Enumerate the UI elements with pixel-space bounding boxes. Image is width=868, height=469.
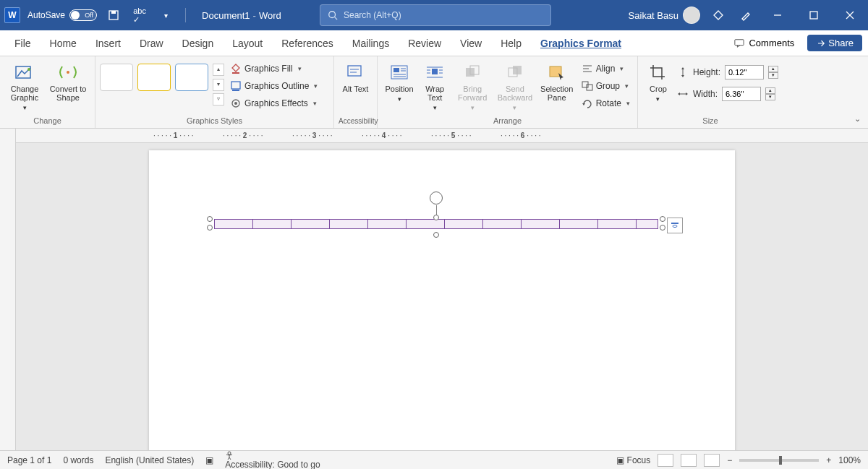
- height-input[interactable]: [725, 65, 764, 79]
- align-icon: [582, 64, 593, 74]
- width-spinner[interactable]: ▴▾: [765, 87, 775, 100]
- comments-button[interactable]: Comments: [727, 35, 801, 51]
- svg-marker-47: [681, 75, 684, 77]
- user-name: Saikat Basu: [629, 10, 678, 21]
- collapse-ribbon-icon[interactable]: ⌄: [854, 114, 861, 124]
- macro-icon[interactable]: ▣: [205, 455, 213, 465]
- status-language[interactable]: English (United States): [105, 455, 194, 465]
- wrap-text-button[interactable]: Wrap Text▾: [420, 59, 450, 114]
- tab-view[interactable]: View: [451, 33, 490, 53]
- page[interactable]: [149, 150, 735, 450]
- zoom-level[interactable]: 100%: [838, 455, 861, 465]
- style-more-icon[interactable]: ▿: [213, 93, 224, 106]
- tab-home[interactable]: Home: [41, 33, 85, 53]
- resize-handle[interactable]: [207, 225, 213, 231]
- style-thumb-1[interactable]: [100, 64, 133, 91]
- align-button[interactable]: Align: [579, 61, 633, 77]
- graphics-effects-button[interactable]: Graphics Effects: [227, 95, 320, 111]
- tab-references[interactable]: References: [273, 33, 342, 53]
- tab-insert[interactable]: Insert: [87, 33, 129, 53]
- resize-handle[interactable]: [433, 215, 439, 220]
- group-label-styles: Graphics Styles: [100, 115, 329, 126]
- bring-forward-button[interactable]: Bring Forward▾: [453, 59, 492, 114]
- tab-review[interactable]: Review: [399, 33, 450, 53]
- selection-pane-button[interactable]: Selection Pane: [538, 59, 576, 105]
- user-account[interactable]: Saikat Basu: [629, 7, 700, 24]
- rotate-button[interactable]: Rotate: [579, 95, 633, 111]
- tab-file[interactable]: File: [6, 33, 40, 53]
- tab-layout[interactable]: Layout: [224, 33, 271, 53]
- pen-icon[interactable]: [736, 6, 755, 25]
- bring-forward-icon: [462, 62, 482, 82]
- close-button[interactable]: [836, 4, 864, 27]
- focus-mode-button[interactable]: ▣ Focus: [616, 455, 650, 465]
- svg-rect-1: [111, 11, 116, 14]
- minimize-button[interactable]: [764, 4, 791, 27]
- zoom-slider[interactable]: [739, 459, 819, 462]
- rotate-handle-icon[interactable]: [430, 192, 443, 205]
- svg-point-2: [329, 12, 336, 18]
- group-label-accessibility: Accessibility: [339, 116, 373, 126]
- style-up-icon[interactable]: ▴: [213, 64, 224, 76]
- autosave-toggle[interactable]: Off: [69, 9, 97, 21]
- diamond-icon[interactable]: [709, 6, 728, 25]
- style-down-icon[interactable]: ▾: [213, 79, 224, 91]
- group-label-size: Size: [642, 115, 778, 126]
- style-thumb-3[interactable]: [175, 64, 208, 91]
- tab-draw[interactable]: Draw: [131, 33, 172, 53]
- document-canvas[interactable]: [16, 143, 868, 450]
- tab-help[interactable]: Help: [492, 33, 530, 53]
- resize-handle[interactable]: [433, 232, 439, 238]
- svg-rect-6: [810, 12, 817, 19]
- convert-to-shape-button[interactable]: Convert to Shape: [48, 59, 88, 105]
- share-label: Share: [828, 38, 854, 48]
- alt-text-button[interactable]: Alt Text: [339, 59, 373, 96]
- web-layout-icon[interactable]: [704, 454, 720, 467]
- send-backward-button[interactable]: Send Backward▾: [495, 59, 535, 114]
- maximize-button[interactable]: [800, 4, 827, 27]
- resize-handle[interactable]: [660, 216, 665, 222]
- graphics-outline-button[interactable]: Graphics Outline: [227, 78, 320, 94]
- height-label: Height:: [693, 67, 720, 77]
- group-graphics-styles: ▴ ▾ ▿ Graphics Fill Graphics Outline Gra…: [95, 56, 334, 128]
- print-layout-icon[interactable]: [681, 454, 697, 467]
- vertical-ruler[interactable]: [0, 129, 16, 450]
- change-graphic-button[interactable]: Change Graphic▾: [4, 59, 45, 114]
- save-icon[interactable]: [104, 6, 123, 25]
- svg-rect-9: [735, 39, 744, 45]
- graphics-fill-button[interactable]: Graphics Fill: [227, 61, 320, 77]
- document-title[interactable]: Document1-Word: [202, 10, 281, 21]
- read-mode-icon[interactable]: [658, 454, 673, 467]
- spellcheck-icon[interactable]: abc✓: [130, 6, 149, 25]
- tab-graphics-format[interactable]: Graphics Format: [532, 33, 630, 53]
- crop-button[interactable]: Crop▾: [642, 59, 674, 106]
- status-words[interactable]: 0 words: [63, 455, 93, 465]
- group-arrange: Position▾ Wrap Text▾ Bring Forward▾ Send…: [378, 56, 638, 128]
- selected-graphic[interactable]: [214, 219, 658, 233]
- width-input[interactable]: [722, 87, 761, 101]
- search-box[interactable]: Search (Alt+Q): [320, 4, 551, 26]
- layout-options-icon[interactable]: [667, 218, 683, 233]
- svg-rect-15: [232, 90, 239, 91]
- resize-handle[interactable]: [660, 225, 665, 231]
- zoom-in-button[interactable]: +: [826, 455, 831, 465]
- fill-icon: [230, 63, 242, 74]
- group-button[interactable]: Group: [579, 78, 633, 94]
- position-button[interactable]: Position▾: [382, 59, 417, 106]
- tab-design[interactable]: Design: [174, 33, 223, 53]
- horizontal-ruler[interactable]: · · · · · 1 · · · · · · · · · 2 · · · · …: [16, 129, 868, 143]
- svg-rect-27: [432, 69, 438, 74]
- height-icon: [677, 66, 689, 78]
- status-accessibility[interactable]: Accessibility: Good to go: [225, 451, 320, 470]
- height-spinner[interactable]: ▴▾: [768, 66, 778, 79]
- tab-mailings[interactable]: Mailings: [344, 33, 398, 53]
- style-thumb-2[interactable]: [137, 64, 171, 91]
- resize-handle[interactable]: [207, 216, 213, 222]
- group-icon: [582, 81, 593, 91]
- share-button[interactable]: Share: [807, 35, 862, 51]
- zoom-out-button[interactable]: −: [727, 455, 732, 465]
- status-page[interactable]: Page 1 of 1: [7, 455, 51, 465]
- qat-more-icon[interactable]: ▾: [156, 6, 175, 25]
- effects-icon: [230, 98, 242, 109]
- comment-icon: [734, 38, 744, 48]
